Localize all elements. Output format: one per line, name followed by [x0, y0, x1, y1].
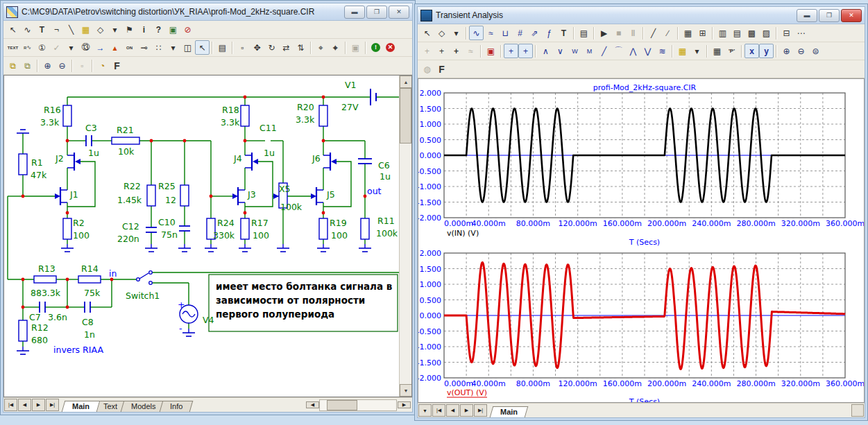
hscroll-thumb[interactable] [327, 400, 357, 410]
move-part-icon[interactable]: ✥ [250, 40, 264, 55]
vip-mode-icon[interactable]: ✓ [49, 40, 64, 55]
dd-icon[interactable]: ▾ [166, 40, 180, 55]
schematic-window[interactable]: C:\MC9\DATA\Petrov\switching distortion\… [0, 0, 416, 415]
track-v-icon[interactable]: + [518, 44, 533, 58]
info-window-icon[interactable]: ▣ [348, 40, 363, 55]
p-key-icon[interactable]: 'P' [724, 44, 739, 58]
pause-sim-icon[interactable]: ‖ [626, 26, 640, 40]
ortho-wire-icon[interactable]: ¬ [49, 22, 64, 37]
bring-front-icon[interactable]: ⧉ [6, 58, 20, 73]
restore-button[interactable]: ❐ [819, 9, 840, 22]
pat-grid-icon[interactable]: ⊞ [695, 26, 710, 40]
scrollbar-thumb[interactable] [400, 88, 411, 144]
diag-wire-icon[interactable]: ╲ [64, 22, 78, 37]
analysis-titlebar[interactable]: Transient Analysis ▬ ❐ ✕ [418, 7, 865, 24]
peak-icon[interactable]: ∧ [538, 44, 553, 58]
schematic-drawing[interactable]: имеет место болтанка сигнала взависимост… [4, 76, 401, 397]
pat-cols-icon[interactable]: ▨ [759, 26, 774, 40]
stop-edit-icon[interactable]: ✕ [383, 40, 398, 55]
tab-info[interactable]: Info [159, 401, 193, 412]
curves-mode-icon[interactable]: ≈ [463, 44, 478, 58]
norm-x-icon[interactable]: x [744, 44, 759, 58]
minimize-button[interactable]: ▬ [797, 9, 817, 22]
find-component-icon[interactable]: ⌖ [328, 40, 343, 55]
wave-top-icon[interactable]: ⋀ [626, 44, 640, 58]
select-tool-icon[interactable]: ↖ [420, 26, 434, 40]
num-table-icon[interactable]: ▦ [710, 44, 724, 58]
text-stimulus-icon[interactable]: TEXT [6, 40, 20, 55]
dd-icon[interactable]: ▾ [449, 26, 463, 40]
enable-toggle-icon[interactable]: ⊘ [180, 22, 195, 37]
zoom-out2-icon[interactable]: ⊖ [794, 44, 808, 58]
cursor-one-icon[interactable]: + [434, 44, 449, 58]
probe-line-icon[interactable]: ⊸ [137, 40, 151, 55]
dd-icon[interactable]: ▾ [690, 44, 704, 58]
pat-h-icon[interactable]: ▤ [730, 26, 744, 40]
scroll-right-icon[interactable]: ▶ [398, 401, 411, 408]
prev-page-button[interactable]: ◀ [446, 404, 459, 417]
current-probe-icon[interactable]: → [93, 40, 108, 55]
cursor-two-icon[interactable]: + [449, 44, 463, 58]
resize-grip[interactable] [851, 404, 864, 417]
stop-sim-icon[interactable]: ■ [611, 26, 626, 40]
legend-label[interactable]: v(OUT) (V) [447, 388, 487, 397]
clock-icon-icon[interactable]: ◔ [95, 58, 110, 73]
cursor-mode-icon[interactable]: ↖ [195, 40, 210, 55]
transient-analysis-window[interactable]: Transient Analysis ▬ ❐ ✕ ↖◇▾∿≈⊔#⇗ƒT▤▶■‖╱… [414, 3, 868, 421]
switch-contact[interactable] [149, 281, 153, 285]
help-mode-icon[interactable]: ? [151, 22, 166, 37]
pin-numbers-icon[interactable]: ⑬ [78, 40, 93, 55]
shape-picker-icon[interactable]: ◇ [434, 26, 449, 40]
zoom-in2-icon[interactable]: ⊕ [779, 44, 794, 58]
plot-area[interactable]: 2.0001.5001.0000.5000.000-0.500-1.000-1.… [418, 78, 865, 403]
pat-v-icon[interactable]: ▥ [715, 26, 730, 40]
norm-y-icon[interactable]: y [759, 44, 774, 58]
wave-bottom-icon[interactable]: ⋁ [640, 44, 655, 58]
waveform-probe-icon[interactable]: ʀ∿ [20, 40, 35, 55]
scroll-down-icon[interactable]: ▼ [400, 384, 412, 397]
dd-icon[interactable]: ▾ [108, 22, 122, 37]
select-box-icon[interactable]: ▫ [235, 40, 250, 55]
fn-mode-icon[interactable]: ƒ [542, 26, 556, 40]
clipboard-view-icon[interactable]: ▣ [166, 22, 180, 37]
tag-mode-icon[interactable]: # [513, 26, 527, 40]
rotate-part-icon[interactable]: ↻ [264, 40, 279, 55]
close-button[interactable]: ✕ [841, 9, 862, 22]
properties-icon[interactable]: ▤ [215, 40, 230, 55]
flip-x-icon[interactable]: ⇄ [279, 40, 293, 55]
switch-contact[interactable] [149, 271, 153, 275]
transient-plots[interactable]: 2.0001.5001.0000.5000.000-0.500-1.000-1.… [418, 79, 865, 403]
page-list-dropdown-icon[interactable]: ▼ [418, 404, 432, 417]
pat-frame-icon[interactable]: ▦ [681, 26, 695, 40]
envelope-icon[interactable]: ≋ [655, 44, 670, 58]
search-part-icon[interactable]: ⌖ [314, 40, 328, 55]
scale-mode-icon[interactable]: ⊔ [498, 26, 513, 40]
line-draw-icon[interactable]: ╱ [646, 26, 661, 40]
info-mode-icon[interactable]: i [137, 22, 151, 37]
flag-tool-icon[interactable]: ⚑ [122, 22, 137, 37]
grid-display-icon[interactable]: ∷ [151, 40, 166, 55]
slope-mode-icon[interactable]: ⇗ [527, 26, 542, 40]
high-icon[interactable]: W [568, 44, 582, 58]
run-sim-icon[interactable]: ▶ [597, 26, 611, 40]
next-page-button[interactable]: ▶ [32, 399, 45, 411]
data-pts-icon[interactable]: ⋯ [794, 26, 808, 40]
last-page-button[interactable]: ▶| [474, 404, 487, 417]
tab-main[interactable]: Main [62, 401, 101, 412]
wave-smooth-icon[interactable]: ≈ [484, 26, 498, 40]
box-tool-icon[interactable]: ▫ [75, 58, 90, 73]
schematic-horizontal-scrollbar[interactable]: ◀ ▶ [305, 399, 411, 411]
first-page-button[interactable]: |◀ [432, 404, 445, 417]
state-display-icon[interactable]: ON [122, 40, 137, 55]
scroll-up-icon[interactable]: ▲ [400, 76, 412, 88]
shape-picker-icon[interactable]: ◇ [93, 22, 108, 37]
select-tool-icon[interactable]: ↖ [6, 22, 20, 37]
line-points-icon[interactable]: ∕ [661, 26, 675, 40]
flip-y-icon[interactable]: ⇅ [293, 40, 308, 55]
minimize-button[interactable]: ▬ [344, 6, 365, 19]
schematic-canvas[interactable]: имеет место болтанка сигнала взависимост… [3, 75, 412, 397]
font-tool-icon[interactable]: F [110, 58, 124, 73]
dd-icon[interactable]: ▾ [64, 40, 78, 55]
slope2-icon[interactable]: ╱ [597, 44, 611, 58]
switch-contact[interactable] [137, 278, 140, 281]
